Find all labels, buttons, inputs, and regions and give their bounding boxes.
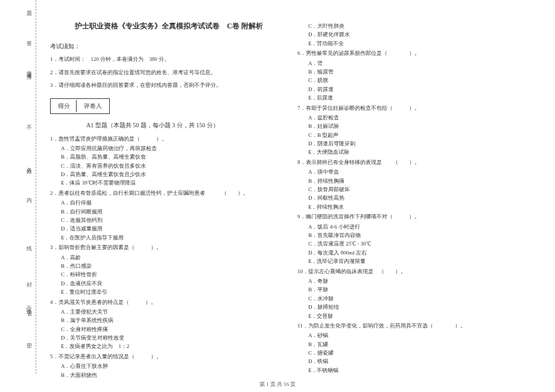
q9-stem: 9．幽门梗阻的洗胃操作下列哪项不对（ ）。 — [297, 212, 535, 221]
q6-b: B．输尿管 — [308, 68, 535, 76]
q11-e: E．不锈钢锅 — [308, 366, 535, 375]
page-footer: 第 1 页 共 16 页 — [0, 381, 555, 388]
q5-d: D．肝硬化伴腹水 — [308, 30, 535, 39]
q4-stem: 4．类风湿关节炎患者的特点是（ ）。 — [50, 298, 288, 306]
binding-margin: 题 答 号证考准 不 名姓 内 线 封 ）区市（省 密 — [0, 0, 36, 374]
q8-c: C．肢骨局部破坏 — [308, 185, 535, 194]
q5-c: C．大叶性肺炎 — [308, 22, 535, 30]
margin-text-1: 题 — [25, 6, 33, 7]
q8-e: E．持续性胸水 — [308, 203, 535, 211]
q11-stem: 11．为防止发生化学变化，影响疗效，煎药用具不宜选（ ）。 — [297, 321, 535, 330]
q2-d: D．适当减量服用 — [61, 224, 288, 233]
q3-e: E．复位时过度牵引 — [61, 288, 288, 296]
q1-stem: 1．急性肾盂肾炎护理措施正确的是（ ）。 — [50, 134, 288, 143]
q2-b: B．自行间断服用 — [61, 207, 288, 216]
q5-b: B．大面积烧伤 — [61, 371, 288, 379]
q6-e: E．后尿道 — [308, 93, 535, 102]
margin-text-3: 号证考准 — [25, 66, 33, 71]
q11-d: D．铁锅 — [308, 357, 535, 365]
margin-text-6: 内 — [25, 193, 33, 194]
q4-d: D．关节病变呈对称性改变 — [61, 334, 288, 342]
q1-d: D．高热量、高维生素饮食且少饮水 — [61, 170, 288, 179]
q3-stem: 3．影响骨折愈合最主要的因素是（ ）。 — [50, 243, 288, 251]
q10-a: A．奇脉 — [308, 277, 535, 285]
q6-stem: 6．男性最常见的泌尿系损伤部位是（ ）。 — [297, 49, 535, 57]
q8-b: B．持续性胸痛 — [308, 177, 535, 185]
score-col-1: 得分 — [52, 100, 77, 112]
q7-a: A．盆腔检查 — [308, 113, 535, 122]
question-type-title: A1 型题（本题共 50 题，每小题 3 分，共 150 分） — [86, 121, 288, 130]
q10-b: B．平脉 — [308, 285, 535, 294]
q4-c: C．全身对称性疼痛 — [61, 325, 288, 334]
margin-text-9: ）区市（省 — [25, 302, 33, 308]
left-column: 护士职业资格《专业实务》全真模拟考试试卷 C卷 附解析 考试须知： 1．考试时间… — [45, 0, 293, 385]
q6-c: C．膀胱 — [308, 76, 535, 84]
margin-text-2: 答 — [25, 36, 33, 37]
q2-a: A．自行停服 — [61, 198, 288, 207]
q1-e: E．体温 39℃时不需要物理降温 — [61, 179, 288, 187]
margin-text-10: 密 — [25, 338, 33, 339]
q4-a: A．主要侵犯大关节 — [61, 308, 288, 316]
margin-text-8: 封 — [25, 277, 33, 279]
q8-stem: 8．表示肺癌已有全身转移的表现是 （ ）。 — [297, 158, 535, 166]
q2-stem: 2．患者以往有骨质疏松，自行长期口服活性钙，护士应嘱咐患者 （ ）。 — [50, 189, 288, 197]
page-content: 护士职业资格《专业实务》全真模拟考试试卷 C卷 附解析 考试须知： 1．考试时间… — [45, 0, 540, 385]
q9-c: C．洗胃液温度 25℃ - 30℃ — [308, 239, 535, 248]
q8-d: D．间歇性高热 — [308, 194, 535, 202]
q5-a: A．心衰住下肢水肿 — [61, 362, 288, 370]
margin-text-4: 不 — [25, 121, 33, 122]
q7-d: D．阴道后穹隆穿刺 — [308, 139, 535, 148]
q5-e: E．肾功能不全 — [308, 39, 535, 48]
q2-e: E．在医护人员指导下服用 — [61, 233, 288, 242]
q3-d: D．血液供应不良 — [61, 279, 288, 288]
q7-e: E．大便隐血试验 — [308, 148, 535, 156]
q9-e: E．洗毕记录胃内潴留量 — [308, 257, 535, 265]
q7-c: C．B 型超声 — [308, 131, 535, 139]
right-column: C．大叶性肺炎 D．肝硬化伴腹水 E．肾功能不全 6．男性最常见的泌尿系损伤部位… — [293, 0, 540, 385]
q9-d: D．每次灌入 800ml 左右 — [308, 248, 535, 257]
q11-a: A．砂锅 — [308, 331, 535, 340]
notice-1: 1．考试时间： 120 分钟，本卷满分为 380 分。 — [50, 55, 288, 64]
q4-e: E．发病者男女之比为 1：2 — [61, 342, 288, 350]
q1-b: B．高脂肪、高热量、高维生素饮食 — [61, 153, 288, 161]
notice-heading: 考试须知： — [50, 42, 288, 51]
q3-a: A．高龄 — [61, 253, 288, 262]
q10-stem: 10．提示左心衰竭的临床表现是 （ ）。 — [297, 267, 535, 276]
q10-e: E．交替脉 — [308, 312, 535, 320]
q1-a: A．立即应用抗菌药物治疗，再留尿检查 — [61, 144, 288, 153]
notice-3: 3．请仔细阅读各种题目的回答要求，在密封线内答题，否则不予评分。 — [50, 81, 288, 90]
score-table: 得分 评卷人 — [50, 98, 110, 114]
q6-d: D．前尿道 — [308, 85, 535, 93]
score-col-2: 评卷人 — [78, 100, 108, 112]
q8-a: A．痰中带血 — [308, 168, 535, 176]
q11-c: C．搪瓷罐 — [308, 349, 535, 357]
notice-2: 2．请首先按要求在试卷的指定位置填写您的姓名、准考证号等信息。 — [50, 69, 288, 77]
q7-stem: 7．有助于异位妊娠诊断的检查不包括（ ）。 — [297, 104, 535, 112]
exam-title: 护士职业资格《专业实务》全真模拟考试试卷 C卷 附解析 — [50, 21, 288, 31]
q4-b: B．属于单系统性疾病 — [61, 316, 288, 324]
margin-text-5: 名姓 — [25, 163, 33, 165]
q10-d: D．脉搏短绌 — [308, 303, 535, 311]
q11-b: B．瓦罐 — [308, 340, 535, 349]
q5-stem: 5．不需记录患者出入量的情况是（ ）。 — [50, 352, 288, 361]
q7-b: B．妊娠试验 — [308, 122, 535, 130]
margin-text-7: 线 — [25, 241, 33, 242]
q3-c: C．粉碎性骨折 — [61, 270, 288, 279]
q3-b: B．伤口感染 — [61, 262, 288, 270]
q1-c: C．清淡、富有营养的饮食且多饮水 — [61, 162, 288, 170]
q6-a: A．肾 — [308, 59, 535, 68]
q10-c: C．水冲脉 — [308, 294, 535, 303]
q9-a: A．饭后 4-6 小时进行 — [308, 223, 535, 231]
q2-c: C．改服其他钙剂 — [61, 216, 288, 224]
q9-b: B．首先吸净胃内容物 — [308, 231, 535, 239]
